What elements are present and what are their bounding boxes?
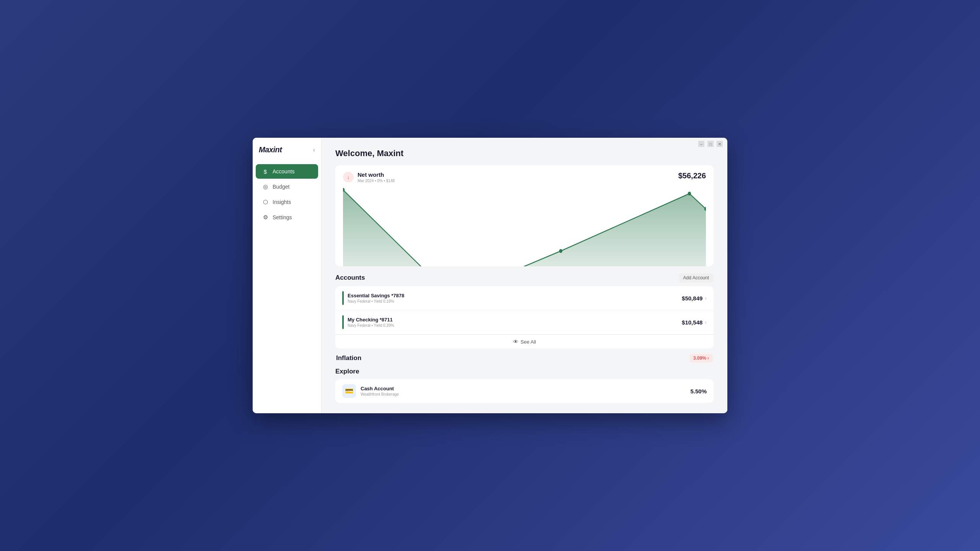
see-all-label: See All <box>521 339 536 345</box>
restore-button[interactable]: □ <box>707 141 714 147</box>
titlebar: – □ ✕ <box>694 138 727 150</box>
inflation-value: 3.09% <box>693 355 706 361</box>
chevron-right-icon-checking: › <box>705 319 707 325</box>
explore-sub-cash: Wealthfront Brokerage <box>361 392 399 396</box>
explore-left-cash: 💳 Cash Account Wealthfront Brokerage <box>342 384 399 398</box>
account-name-checking: My Checking *8711 <box>348 317 394 323</box>
see-all-row[interactable]: 👁 See All <box>335 334 714 349</box>
account-sub-savings: Navy Federal • Yield 0.18% <box>348 299 404 303</box>
budget-icon: ◎ <box>262 183 269 190</box>
chart-svg <box>343 186 706 266</box>
close-button[interactable]: ✕ <box>717 141 723 147</box>
account-info-checking: My Checking *8711 Navy Federal • Yield 0… <box>348 317 394 328</box>
explore-info-cash: Cash Account Wealthfront Brokerage <box>361 386 399 396</box>
account-indicator-checking <box>342 315 344 329</box>
logo-area: Maxint ‹ <box>253 138 321 163</box>
net-worth-left: ↓ Net worth Mar 2024 • 0% • $148 <box>343 171 395 183</box>
account-amount-checking: $10,548 › <box>682 319 707 326</box>
sidebar-item-budget[interactable]: ◎ Budget <box>256 179 318 194</box>
account-left-checking: My Checking *8711 Navy Federal • Yield 0… <box>342 315 394 329</box>
sidebar: Maxint ‹ $ Accounts ◎ Budget ⬡ Insights … <box>253 138 322 413</box>
sidebar-collapse-button[interactable]: ‹ <box>313 147 315 153</box>
inflation-title: Inflation <box>336 354 361 362</box>
net-worth-card: ↓ Net worth Mar 2024 • 0% • $148 $56,226 <box>335 165 714 266</box>
sidebar-item-label-settings: Settings <box>273 214 292 220</box>
main-content: Welcome, Maxint ↓ Net worth Mar 2024 • 0… <box>322 138 727 413</box>
account-left-savings: Essential Savings *7878 Navy Federal • Y… <box>342 291 404 305</box>
explore-rate-cash: 5.50% <box>690 388 707 395</box>
cash-account-icon: 💳 <box>342 384 356 398</box>
inflation-chevron-icon: › <box>707 355 709 361</box>
net-worth-label: Net worth <box>358 171 395 178</box>
settings-icon: ⚙ <box>262 214 269 221</box>
account-item-checking[interactable]: My Checking *8711 Navy Federal • Yield 0… <box>335 310 714 334</box>
account-item-savings[interactable]: Essential Savings *7878 Navy Federal • Y… <box>335 286 714 310</box>
sidebar-item-insights[interactable]: ⬡ Insights <box>256 195 318 209</box>
sidebar-item-accounts[interactable]: $ Accounts <box>256 164 318 179</box>
sidebar-item-settings[interactable]: ⚙ Settings <box>256 210 318 225</box>
account-name-savings: Essential Savings *7878 <box>348 293 404 298</box>
sidebar-item-label-accounts: Accounts <box>273 168 295 174</box>
insights-icon: ⬡ <box>262 199 269 205</box>
minimize-button[interactable]: – <box>698 141 704 147</box>
account-list: Essential Savings *7878 Navy Federal • Y… <box>335 286 714 349</box>
inflation-row: Inflation 3.09% › <box>335 354 714 362</box>
inflation-badge[interactable]: 3.09% › <box>689 354 713 362</box>
eye-icon: 👁 <box>513 339 518 345</box>
net-worth-subtitle: Mar 2024 • 0% • $148 <box>358 179 395 183</box>
accounts-title: Accounts <box>335 274 365 282</box>
chevron-right-icon-savings: › <box>705 295 707 301</box>
chart-point-2 <box>559 249 562 253</box>
net-worth-info: Net worth Mar 2024 • 0% • $148 <box>358 171 395 183</box>
account-sub-checking: Navy Federal • Yield 0.39% <box>348 323 394 328</box>
account-indicator-savings <box>342 291 344 305</box>
sidebar-item-label-insights: Insights <box>273 199 291 205</box>
app-logo: Maxint <box>259 145 282 154</box>
net-worth-header: ↓ Net worth Mar 2024 • 0% • $148 $56,226 <box>343 171 706 183</box>
net-worth-chart <box>343 186 706 266</box>
explore-title: Explore <box>335 368 714 375</box>
sidebar-item-label-budget: Budget <box>273 184 289 190</box>
chart-point-3 <box>688 192 691 196</box>
account-amount-savings: $50,849 › <box>682 295 707 302</box>
welcome-title: Welcome, Maxint <box>335 148 714 158</box>
net-worth-value: $56,226 <box>678 171 706 180</box>
explore-section: Explore 💳 Cash Account Wealthfront Broke… <box>335 368 714 403</box>
chart-area <box>343 190 706 266</box>
accounts-section-header: Accounts Add Account <box>335 273 714 282</box>
explore-item-cash[interactable]: 💳 Cash Account Wealthfront Brokerage 5.5… <box>335 379 714 403</box>
accounts-icon: $ <box>262 168 269 175</box>
sidebar-nav: $ Accounts ◎ Budget ⬡ Insights ⚙ Setting… <box>253 163 321 225</box>
account-info-savings: Essential Savings *7878 Navy Federal • Y… <box>348 293 404 303</box>
app-window: – □ ✕ Maxint ‹ $ Accounts ◎ Budget ⬡ Ins… <box>253 138 727 413</box>
add-account-button[interactable]: Add Account <box>679 273 714 282</box>
explore-name-cash: Cash Account <box>361 386 399 391</box>
trend-down-icon: ↓ <box>343 172 354 183</box>
